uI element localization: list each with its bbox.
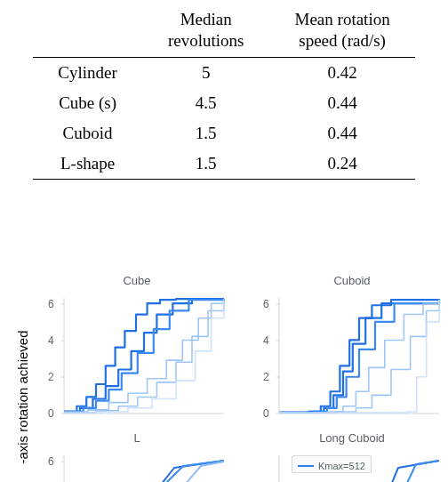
chart-title-cube: Cube <box>41 274 233 287</box>
speed-cell: 0.24 <box>269 149 415 180</box>
table-row: Cuboid 1.5 0.44 <box>33 118 415 149</box>
median-cell: 4.5 <box>142 88 269 118</box>
ytick: 4 <box>263 334 269 347</box>
plot-cube: 6 4 2 0 <box>41 291 228 422</box>
plot-l: 6 <box>41 448 228 482</box>
chart-l: L 6 <box>41 431 233 482</box>
speed-cell: 0.42 <box>269 57 415 88</box>
chart-title-cuboid: Cuboid <box>256 274 448 287</box>
speed-cell: 0.44 <box>269 88 415 118</box>
shape-cell: Cube (s) <box>33 88 142 118</box>
speed-cell: 0.44 <box>269 118 415 149</box>
median-cell: 1.5 <box>142 118 269 149</box>
charts-panel: -axis rotation achieved Cube 6 4 <box>5 274 448 482</box>
col-median-l1: Median <box>148 9 264 30</box>
ytick: 2 <box>263 371 269 383</box>
series-group <box>64 299 224 413</box>
shape-cell: Cylinder <box>33 57 142 88</box>
ytick: 2 <box>48 371 54 383</box>
results-table: Median revolutions Mean rotation speed (… <box>33 7 415 180</box>
ytick: 4 <box>48 334 54 347</box>
shape-cell: L-shape <box>33 149 142 180</box>
plot-cuboid: 6 4 2 0 <box>256 291 443 422</box>
table-row: L-shape 1.5 0.24 <box>33 149 415 180</box>
chart-title-l: L <box>41 431 233 445</box>
ytick: 6 <box>48 298 54 310</box>
table-row: Cube (s) 4.5 0.44 <box>33 88 415 118</box>
legend-swatch-icon <box>298 465 314 467</box>
chart-title-long-cuboid: Long Cuboid <box>256 431 448 445</box>
median-cell: 1.5 <box>142 149 269 180</box>
chart-cube: Cube 6 4 2 0 <box>41 274 233 422</box>
median-cell: 5 <box>142 57 269 88</box>
legend-label: Kmax=512 <box>318 461 365 471</box>
legend: Kmax=512 <box>292 455 372 473</box>
col-speed-l2: speed (rad/s) <box>275 30 410 52</box>
series-group <box>279 299 439 413</box>
col-median-l2: revolutions <box>148 30 264 52</box>
chart-long-cuboid: Long Cuboid Kmax=512 <box>256 431 448 482</box>
y-axis-label: -axis rotation achieved <box>9 274 27 482</box>
ytick: 6 <box>48 455 54 468</box>
ytick: 0 <box>263 407 269 420</box>
shape-cell: Cuboid <box>33 118 142 149</box>
chart-cuboid: Cuboid 6 4 2 0 <box>256 274 448 422</box>
table-row: Cylinder 5 0.42 <box>33 57 415 88</box>
ytick: 6 <box>263 298 269 310</box>
ytick: 0 <box>48 407 54 420</box>
plot-long-cuboid: Kmax=512 <box>256 448 443 482</box>
col-speed-l1: Mean rotation <box>275 9 410 30</box>
